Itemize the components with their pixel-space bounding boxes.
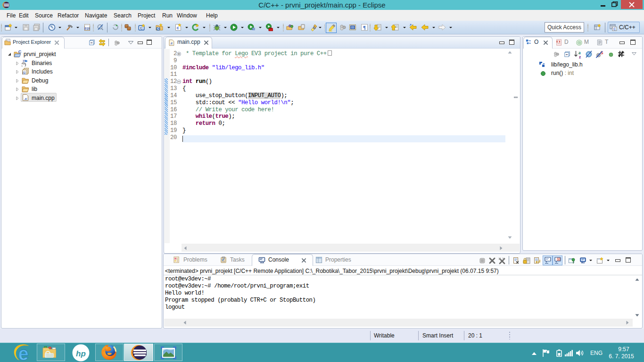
svg-text:z: z	[579, 55, 581, 59]
svg-text:C: C	[157, 27, 159, 30]
svg-text:.c: .c	[24, 96, 27, 100]
svg-text:C: C	[18, 50, 22, 54]
svg-text:C: C	[613, 27, 616, 31]
svg-text:.c: .c	[170, 41, 173, 45]
svg-text:¶: ¶	[363, 25, 366, 30]
svg-text:010: 010	[85, 27, 90, 30]
svg-text:hp: hp	[76, 349, 86, 358]
